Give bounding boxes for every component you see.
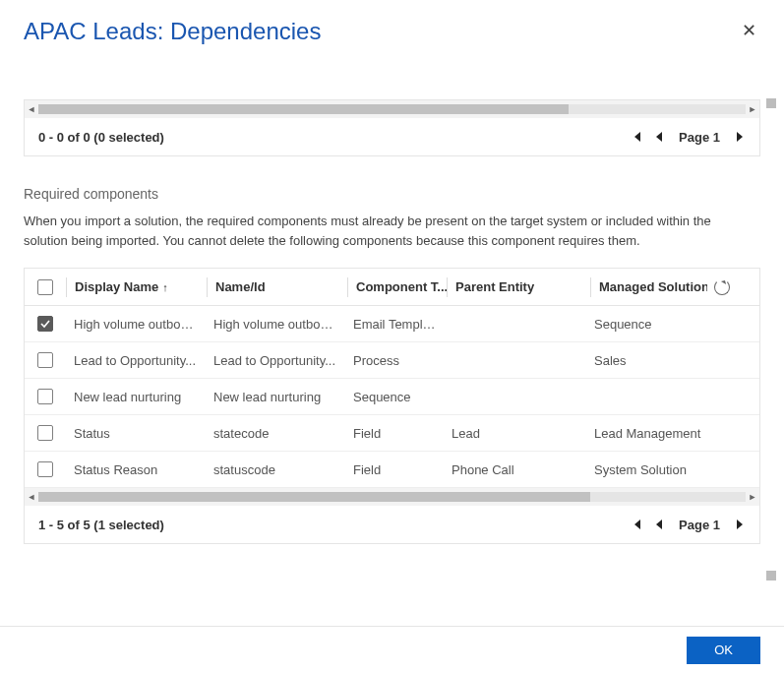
col-managed-solution[interactable]: Managed Solution <box>591 279 707 294</box>
horizontal-scrollbar-2[interactable]: ◄ ► <box>25 488 759 506</box>
grid-header: Display Name ↑ Name/Id Component T... Pa… <box>25 269 759 306</box>
next-page-icon[interactable] <box>736 518 746 531</box>
section-description: When you import a solution, the required… <box>24 212 760 250</box>
scroll-right-icon[interactable]: ► <box>746 490 759 504</box>
cell-component-type: Sequence <box>345 390 444 404</box>
top-pager-status: 0 - 0 of 0 (0 selected) <box>38 130 164 145</box>
cell-managed-solution: System Solution <box>586 462 732 477</box>
top-pager: 0 - 0 of 0 (0 selected) Page 1 <box>25 118 759 155</box>
cell-managed-solution: Lead Management <box>586 426 732 441</box>
bottom-page-label: Page 1 <box>679 518 720 532</box>
table-row[interactable]: New lead nurturingNew lead nurturingSequ… <box>25 379 759 415</box>
ok-button[interactable]: OK <box>687 637 760 664</box>
cell-name-id: New lead nurturing <box>206 390 345 404</box>
top-page-label: Page 1 <box>679 130 720 145</box>
cell-component-type: Field <box>345 426 444 441</box>
dialog-title: APAC Leads: Dependencies <box>24 18 760 45</box>
first-page-icon[interactable] <box>630 130 643 144</box>
footer-bar: OK <box>0 626 784 673</box>
cell-name-id: Lead to Opportunity... <box>206 353 345 368</box>
next-page-icon[interactable] <box>736 130 746 144</box>
cell-managed-solution: Sales <box>586 353 732 368</box>
cell-name-id: statecode <box>206 426 345 441</box>
vertical-scrollbar[interactable] <box>766 98 776 581</box>
refresh-icon <box>714 279 730 295</box>
col-display-name-label: Display Name <box>75 279 158 294</box>
top-grid: ◄ ► 0 - 0 of 0 (0 selected) Page 1 <box>24 99 760 156</box>
scroll-left-icon[interactable]: ◄ <box>25 102 38 116</box>
cell-display-name: Lead to Opportunity... <box>66 353 206 368</box>
table-row[interactable]: Status ReasonstatuscodeFieldPhone CallSy… <box>25 452 759 488</box>
scroll-left-icon[interactable]: ◄ <box>25 490 38 504</box>
bottom-pager: 1 - 5 of 5 (1 selected) Page 1 <box>25 506 759 543</box>
col-parent-entity[interactable]: Parent Entity <box>448 279 590 294</box>
refresh-button[interactable] <box>707 279 737 295</box>
col-display-name[interactable]: Display Name ↑ <box>67 279 207 294</box>
prev-page-icon[interactable] <box>653 130 663 144</box>
close-icon[interactable]: ✕ <box>742 20 756 41</box>
cell-component-type: Process <box>345 353 444 368</box>
table-row[interactable]: Lead to Opportunity...Lead to Opportunit… <box>25 342 759 379</box>
first-page-icon[interactable] <box>630 518 643 531</box>
components-grid: Display Name ↑ Name/Id Component T... Pa… <box>24 268 760 544</box>
prev-page-icon[interactable] <box>653 518 663 531</box>
bottom-pager-status: 1 - 5 of 5 (1 selected) <box>38 518 164 532</box>
horizontal-scrollbar[interactable]: ◄ ► <box>25 100 759 118</box>
row-checkbox[interactable] <box>37 316 53 332</box>
cell-display-name: New lead nurturing <box>66 390 206 404</box>
cell-name-id: High volume outbou... <box>206 317 345 332</box>
section-title: Required components <box>24 186 760 202</box>
cell-name-id: statuscode <box>206 462 345 477</box>
col-component-type[interactable]: Component T... <box>348 279 447 294</box>
cell-parent-entity: Lead <box>444 426 586 441</box>
cell-component-type: Email Template <box>345 317 444 332</box>
row-checkbox[interactable] <box>37 389 53 404</box>
row-checkbox[interactable] <box>37 461 53 477</box>
cell-display-name: Status Reason <box>66 462 206 477</box>
select-all-checkbox[interactable] <box>37 279 53 295</box>
cell-display-name: High volume outbou... <box>66 317 206 332</box>
table-row[interactable]: High volume outbou...High volume outbou.… <box>25 306 759 342</box>
scroll-right-icon[interactable]: ► <box>746 102 759 116</box>
cell-component-type: Field <box>345 462 444 477</box>
row-checkbox[interactable] <box>37 425 53 441</box>
cell-managed-solution: Sequence <box>586 317 732 332</box>
table-row[interactable]: StatusstatecodeFieldLeadLead Management <box>25 415 759 452</box>
cell-display-name: Status <box>66 426 206 441</box>
cell-parent-entity: Phone Call <box>444 462 586 477</box>
sort-asc-icon: ↑ <box>162 281 168 293</box>
col-name-id[interactable]: Name/Id <box>208 279 347 294</box>
row-checkbox[interactable] <box>37 352 53 368</box>
